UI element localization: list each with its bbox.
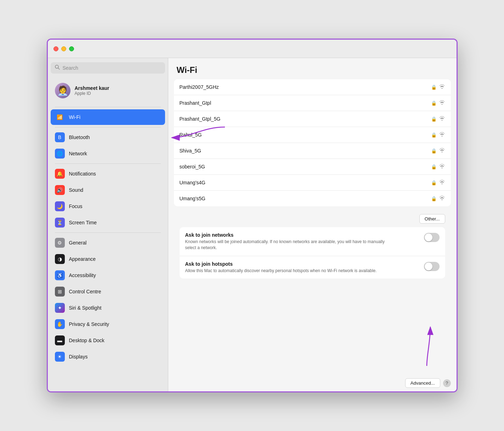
- setting-text: Ask to join networksKnown networks will …: [185, 232, 424, 251]
- sidebar-item-siri[interactable]: ✦Siri & Spotlight: [51, 300, 165, 316]
- sidebar-item-privacy[interactable]: ✋Privacy & Security: [51, 316, 165, 332]
- lock-icon: 🔒: [431, 196, 437, 201]
- toggle-ask-join-hotspots[interactable]: [424, 262, 440, 271]
- sidebar-item-label-focus: Focus: [69, 203, 83, 209]
- close-button[interactable]: [53, 46, 58, 51]
- settings-rows-container: Ask to join networksKnown networks will …: [180, 227, 445, 278]
- toggle-ask-join-networks[interactable]: [424, 233, 440, 242]
- network-row[interactable]: Parthi2007_5GHz🔒: [174, 79, 451, 95]
- privacy-icon: ✋: [55, 319, 65, 329]
- sidebar-item-label-displays: Displays: [69, 354, 88, 360]
- network-name: Umang's5G: [180, 196, 431, 201]
- displays-icon: ☀: [55, 352, 65, 362]
- sidebar-item-screentime[interactable]: ⏳Screen Time: [51, 215, 165, 230]
- focus-icon: 🌙: [55, 201, 65, 211]
- controlcentre-icon: ⊞: [55, 287, 65, 297]
- sidebar-item-wifi[interactable]: 📶Wi-Fi: [51, 109, 165, 125]
- network-icon: 🌐: [55, 149, 65, 159]
- screentime-icon: ⏳: [55, 218, 65, 228]
- wifi-signal-icon: [439, 148, 445, 154]
- sidebar-item-bluetooth[interactable]: BBluetooth: [51, 130, 165, 145]
- setting-label: Ask to join hotspots: [185, 261, 424, 267]
- sidebar-item-notifications[interactable]: 🔔Notifications: [51, 166, 165, 182]
- other-button[interactable]: Other...: [419, 214, 445, 224]
- user-name: Arshmeet kaur: [75, 85, 109, 91]
- wifi-signal-icon: [439, 195, 445, 202]
- network-name: Umang's4G: [180, 180, 431, 185]
- sidebar-item-appearance[interactable]: ◑Appearance: [51, 251, 165, 267]
- sidebar-item-label-network: Network: [69, 151, 87, 156]
- advanced-button[interactable]: Advanced...: [405, 378, 440, 388]
- sidebar-divider-1: [55, 107, 161, 107]
- network-row[interactable]: Prashant_Gtpl_5G🔒: [174, 111, 451, 127]
- sidebar-item-label-siri: Siri & Spotlight: [69, 305, 102, 311]
- wifi-signal-icon: [439, 132, 445, 138]
- sidebar-item-label-privacy: Privacy & Security: [69, 321, 109, 327]
- minimize-button[interactable]: [61, 46, 66, 51]
- network-name: Rahul_5G: [180, 132, 431, 138]
- search-icon: [55, 65, 60, 71]
- network-name: soberoi_5G: [180, 164, 431, 169]
- window-content: Search 🧑‍💼 Arshmeet kaur Apple ID 📶Wi-Fi…: [48, 58, 457, 391]
- search-bar[interactable]: Search: [51, 62, 165, 74]
- wifi-signal-icon: [439, 116, 445, 122]
- sidebar-item-sound[interactable]: 🔊Sound: [51, 182, 165, 198]
- svg-line-1: [58, 68, 60, 69]
- network-name: Prashant_Gtpl: [180, 100, 431, 106]
- network-row[interactable]: soberoi_5G🔒: [174, 159, 451, 175]
- sidebar-item-label-notifications: Notifications: [69, 171, 96, 177]
- network-name: Parthi2007_5GHz: [180, 84, 431, 90]
- lock-icon: 🔒: [431, 100, 437, 106]
- sidebar-item-desktopdock[interactable]: ▬Desktop & Dock: [51, 333, 165, 348]
- lock-icon: 🔒: [431, 132, 437, 138]
- sidebar-item-displays[interactable]: ☀Displays: [51, 349, 165, 364]
- setting-row-ask-join-hotspots: Ask to join hotspotsAllow this Mac to au…: [180, 256, 445, 279]
- sidebar-item-focus[interactable]: 🌙Focus: [51, 199, 165, 214]
- network-row[interactable]: Shiva_5G🔒: [174, 143, 451, 159]
- user-profile[interactable]: 🧑‍💼 Arshmeet kaur Apple ID: [51, 79, 165, 102]
- avatar: 🧑‍💼: [55, 83, 70, 98]
- maximize-button[interactable]: [69, 46, 74, 51]
- page-title: Wi-Fi: [177, 65, 197, 75]
- network-row[interactable]: Umang's4G🔒: [174, 175, 451, 191]
- network-icons: 🔒: [431, 179, 445, 186]
- sidebar-item-controlcentre[interactable]: ⊞Control Centre: [51, 284, 165, 299]
- wifi-signal-icon: [439, 84, 445, 90]
- sidebar-divider-after-wifi: [55, 127, 161, 127]
- sidebar-item-network[interactable]: 🌐Network: [51, 146, 165, 161]
- sidebar-items-container: 📶Wi-FiBBluetooth🌐Network🔔Notifications🔊S…: [51, 109, 165, 365]
- network-icons: 🔒: [431, 195, 445, 202]
- system-preferences-window: Search 🧑‍💼 Arshmeet kaur Apple ID 📶Wi-Fi…: [47, 39, 458, 392]
- bluetooth-icon: B: [55, 132, 65, 142]
- sidebar-item-label-wifi: Wi-Fi: [69, 114, 81, 120]
- network-section: Parthi2007_5GHz🔒 Prashant_Gtpl🔒 Prashant…: [174, 79, 451, 206]
- network-icons: 🔒: [431, 132, 445, 138]
- title-bar: [48, 40, 457, 58]
- sidebar-item-label-controlcentre: Control Centre: [69, 289, 101, 294]
- sidebar-item-label-sound: Sound: [69, 187, 83, 193]
- settings-section: Ask to join networksKnown networks will …: [180, 227, 445, 278]
- lock-icon: 🔒: [431, 85, 437, 90]
- network-row[interactable]: Rahul_5G🔒: [174, 127, 451, 143]
- sidebar-item-label-desktopdock: Desktop & Dock: [69, 338, 104, 343]
- help-button[interactable]: ?: [443, 379, 451, 387]
- other-button-row: Other...: [174, 211, 451, 227]
- network-row[interactable]: Prashant_Gtpl🔒: [174, 95, 451, 111]
- traffic-lights: [53, 46, 74, 51]
- lock-icon: 🔒: [431, 116, 437, 122]
- notifications-icon: 🔔: [55, 169, 65, 179]
- accessibility-icon: ♿: [55, 270, 65, 280]
- sidebar-item-accessibility[interactable]: ♿Accessibility: [51, 268, 165, 283]
- wifi-signal-icon: [439, 179, 445, 186]
- network-icons: 🔒: [431, 163, 445, 170]
- wifi-icon: 📶: [55, 112, 65, 122]
- sidebar-item-general[interactable]: ⚙General: [51, 235, 165, 251]
- main-content-wrapper: Wi-Fi Parthi2007_5GHz🔒 Prashant_Gtpl🔒 Pr…: [168, 58, 457, 391]
- setting-text: Ask to join hotspotsAllow this Mac to au…: [185, 261, 424, 274]
- sidebar-item-label-bluetooth: Bluetooth: [69, 134, 90, 140]
- network-row[interactable]: Umang's5G🔒: [174, 191, 451, 206]
- sidebar-item-label-screentime: Screen Time: [69, 220, 97, 225]
- setting-label: Ask to join networks: [185, 232, 424, 238]
- network-list: Parthi2007_5GHz🔒 Prashant_Gtpl🔒 Prashant…: [168, 79, 457, 375]
- appearance-icon: ◑: [55, 254, 65, 264]
